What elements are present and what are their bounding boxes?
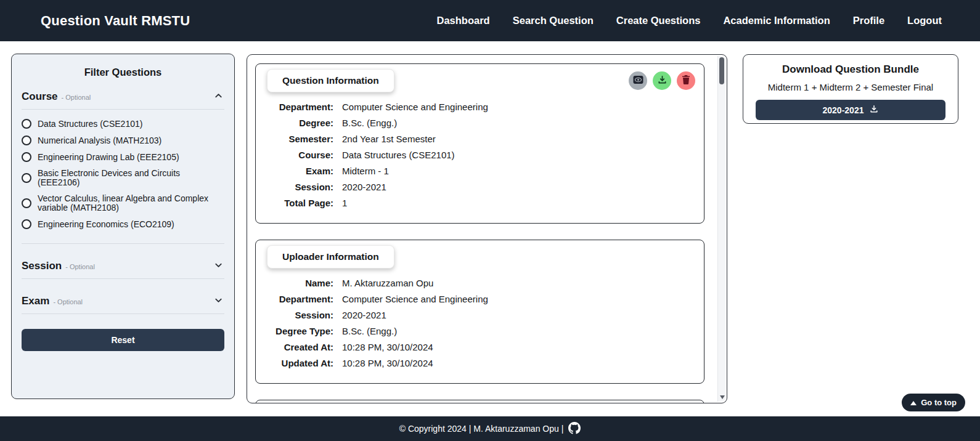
course-option-label: Data Structures (CSE2101) bbox=[38, 119, 142, 129]
field-row: Degree:B.Sc. (Engg.) bbox=[264, 117, 695, 129]
course-option[interactable]: Engineering Economics (ECO2109) bbox=[22, 219, 224, 229]
question-card-title: Question Information bbox=[267, 69, 394, 92]
course-option-checkbox[interactable] bbox=[22, 136, 31, 145]
download-icon bbox=[870, 105, 878, 115]
field-value: Computer Science and Engineering bbox=[342, 101, 488, 113]
field-label: Session: bbox=[264, 309, 333, 322]
field-label: Name: bbox=[264, 277, 333, 289]
scrollbar-thumb[interactable] bbox=[719, 57, 724, 84]
filter-panel-title: Filter Questions bbox=[22, 67, 224, 78]
question-card-header: Question Information bbox=[264, 67, 695, 92]
uploader-information-card: Uploader Information Name:M. Aktaruzzama… bbox=[255, 240, 704, 384]
field-row: Course:Data Structures (CSE2101) bbox=[264, 149, 695, 161]
nav-link-search-question[interactable]: Search Question bbox=[513, 15, 594, 26]
field-label: Degree Type: bbox=[264, 325, 333, 338]
filter-questions-panel: Filter Questions Course- Optional Data S… bbox=[11, 54, 235, 399]
field-label: Exam: bbox=[264, 165, 333, 177]
field-value: M. Aktaruzzaman Opu bbox=[342, 277, 433, 289]
go-to-top-button[interactable]: Go to top bbox=[902, 394, 965, 411]
exam-optional-hint: - Optional bbox=[53, 298, 83, 305]
nav-link-dashboard[interactable]: Dashboard bbox=[437, 15, 490, 26]
course-option-checkbox[interactable] bbox=[22, 198, 31, 208]
uploader-card-header: Uploader Information bbox=[264, 243, 695, 269]
course-options-list: Data Structures (CSE2101) Numerical Anal… bbox=[22, 110, 224, 244]
field-row: Name:M. Aktaruzzaman Opu bbox=[264, 277, 695, 289]
field-label: Updated At: bbox=[264, 357, 333, 370]
download-icon bbox=[658, 75, 667, 86]
course-section-label-wrap: Course- Optional bbox=[22, 91, 91, 103]
course-section-label: Course bbox=[22, 91, 58, 102]
field-label: Semester: bbox=[264, 133, 333, 145]
field-label: Degree: bbox=[264, 117, 333, 129]
chevron-down-icon bbox=[214, 296, 223, 307]
caret-up-icon bbox=[910, 398, 917, 407]
field-value: Midterm - 1 bbox=[342, 165, 389, 177]
field-value: 1 bbox=[342, 197, 347, 209]
field-value: B.Sc. (Engg.) bbox=[342, 325, 397, 338]
scrollbar-down-arrow[interactable] bbox=[718, 395, 726, 399]
field-value: Computer Science and Engineering bbox=[342, 293, 488, 305]
course-optional-hint: - Optional bbox=[62, 94, 91, 101]
field-label: Course: bbox=[264, 149, 333, 161]
field-value: 10:28 PM, 30/10/2024 bbox=[342, 341, 433, 354]
exam-section-label-wrap: Exam- Optional bbox=[22, 295, 83, 307]
field-value: Data Structures (CSE2101) bbox=[342, 149, 455, 161]
bundle-button-label: 2020-2021 bbox=[823, 105, 864, 115]
session-section-label: Session bbox=[22, 260, 62, 272]
uploader-card-title: Uploader Information bbox=[267, 245, 394, 269]
field-row: Updated At:10:28 PM, 30/10/2024 bbox=[264, 357, 695, 370]
field-row: Session:2020-2021 bbox=[264, 181, 695, 193]
question-results-panel: Question Information bbox=[247, 54, 727, 403]
session-optional-hint: - Optional bbox=[65, 263, 95, 270]
course-option[interactable]: Numerical Analysis (MATH2103) bbox=[22, 136, 224, 145]
filter-section-course[interactable]: Course- Optional bbox=[22, 84, 224, 110]
course-option-label: Engineering Economics (ECO2109) bbox=[38, 220, 174, 229]
field-row: Created At:10:28 PM, 30/10/2024 bbox=[264, 341, 695, 354]
field-row: Exam:Midterm - 1 bbox=[264, 165, 695, 177]
course-option-label: Basic Electronic Devices and Circuits (E… bbox=[38, 169, 224, 187]
download-bundle-button[interactable]: 2020-2021 bbox=[756, 100, 945, 120]
github-icon[interactable] bbox=[568, 422, 581, 436]
nav-link-logout[interactable]: Logout bbox=[907, 15, 942, 26]
top-navbar: Question Vault RMSTU Dashboard Search Qu… bbox=[0, 0, 980, 41]
field-value: 10:28 PM, 30/10/2024 bbox=[342, 357, 433, 370]
course-option[interactable]: Engineering Drawing Lab (EEE2105) bbox=[22, 152, 224, 162]
field-label: Department: bbox=[264, 293, 333, 305]
delete-question-button[interactable] bbox=[677, 71, 695, 90]
page-footer: © Copyright 2024 | M. Aktaruzzaman Opu | bbox=[0, 416, 980, 441]
field-label: Session: bbox=[264, 181, 333, 193]
nav-link-create-questions[interactable]: Create Questions bbox=[616, 15, 701, 26]
chevron-up-icon bbox=[214, 91, 223, 103]
preview-icon bbox=[633, 75, 643, 86]
course-option-checkbox[interactable] bbox=[22, 173, 31, 183]
app-brand[interactable]: Question Vault RMSTU bbox=[41, 13, 190, 29]
course-option-checkbox[interactable] bbox=[22, 119, 31, 129]
field-value: B.Sc. (Engg.) bbox=[342, 117, 397, 129]
preview-question-button[interactable] bbox=[629, 71, 647, 90]
download-question-button[interactable] bbox=[653, 71, 671, 90]
results-scrollbar[interactable] bbox=[717, 56, 725, 402]
nav-links: Dashboard Search Question Create Questio… bbox=[437, 15, 942, 26]
field-value: 2nd Year 1st Semester bbox=[342, 133, 436, 145]
field-row: Total Page:1 bbox=[264, 197, 695, 209]
course-option[interactable]: Vector Calculus, linear Algebra and Comp… bbox=[22, 194, 224, 212]
course-option[interactable]: Data Structures (CSE2101) bbox=[22, 119, 224, 129]
course-option[interactable]: Basic Electronic Devices and Circuits (E… bbox=[22, 169, 224, 187]
course-option-label: Vector Calculus, linear Algebra and Comp… bbox=[38, 194, 224, 212]
field-row: Session:2020-2021 bbox=[264, 309, 695, 322]
course-option-label: Numerical Analysis (MATH2103) bbox=[38, 136, 161, 145]
nav-link-academic-information[interactable]: Academic Information bbox=[723, 15, 830, 26]
trash-icon bbox=[682, 75, 690, 86]
course-option-checkbox[interactable] bbox=[22, 152, 31, 162]
course-option-checkbox[interactable] bbox=[22, 219, 31, 229]
field-value: 2020-2021 bbox=[342, 309, 386, 322]
filter-section-session[interactable]: Session- Optional bbox=[22, 254, 224, 279]
question-information-card: Question Information bbox=[255, 63, 704, 224]
field-label: Total Page: bbox=[264, 197, 333, 209]
reset-filters-button[interactable]: Reset bbox=[22, 329, 224, 351]
course-option-label: Engineering Drawing Lab (EEE2105) bbox=[38, 153, 179, 162]
filter-section-exam[interactable]: Exam- Optional bbox=[22, 289, 224, 314]
go-to-top-label: Go to top bbox=[921, 398, 957, 407]
nav-link-profile[interactable]: Profile bbox=[853, 15, 884, 26]
download-bundle-card: Download Question Bundle Midterm 1 + Mid… bbox=[743, 54, 958, 124]
